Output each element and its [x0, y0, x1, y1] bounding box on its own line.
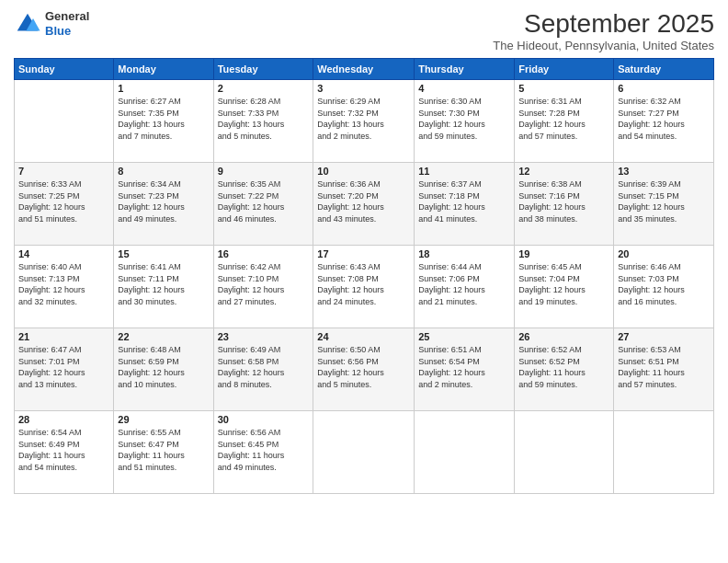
- day-number: 7: [18, 166, 109, 177]
- logo-text: General Blue: [45, 9, 89, 38]
- day-info: Sunrise: 6:49 AM Sunset: 6:58 PM Dayligh…: [218, 344, 310, 390]
- day-number: 23: [218, 331, 310, 342]
- calendar-cell: 13Sunrise: 6:39 AM Sunset: 7:15 PM Dayli…: [614, 163, 714, 246]
- calendar-cell: [15, 80, 114, 163]
- day-info: Sunrise: 6:31 AM Sunset: 7:28 PM Dayligh…: [518, 96, 609, 142]
- day-number: 9: [218, 166, 310, 177]
- calendar-cell: 20Sunrise: 6:46 AM Sunset: 7:03 PM Dayli…: [614, 246, 714, 328]
- calendar-cell: 1Sunrise: 6:27 AM Sunset: 7:35 PM Daylig…: [114, 80, 213, 163]
- day-number: 29: [118, 414, 209, 425]
- day-info: Sunrise: 6:30 AM Sunset: 7:30 PM Dayligh…: [418, 96, 510, 142]
- calendar-cell: 8Sunrise: 6:34 AM Sunset: 7:23 PM Daylig…: [114, 163, 213, 246]
- day-number: 30: [218, 414, 310, 425]
- day-number: 13: [618, 166, 710, 177]
- day-info: Sunrise: 6:53 AM Sunset: 6:51 PM Dayligh…: [618, 344, 710, 390]
- calendar-cell: 27Sunrise: 6:53 AM Sunset: 6:51 PM Dayli…: [614, 328, 714, 411]
- calendar-cell: 2Sunrise: 6:28 AM Sunset: 7:33 PM Daylig…: [213, 80, 313, 163]
- logo-icon: [14, 10, 41, 38]
- logo: General Blue: [14, 9, 89, 38]
- day-number: 15: [118, 248, 209, 259]
- title-block: September 2025 The Hideout, Pennsylvania…: [493, 9, 714, 52]
- day-number: 24: [317, 331, 410, 342]
- day-info: Sunrise: 6:28 AM Sunset: 7:33 PM Dayligh…: [218, 96, 310, 142]
- calendar-cell: 17Sunrise: 6:43 AM Sunset: 7:08 PM Dayli…: [313, 246, 415, 328]
- day-info: Sunrise: 6:56 AM Sunset: 6:45 PM Dayligh…: [218, 427, 310, 473]
- day-info: Sunrise: 6:45 AM Sunset: 7:04 PM Dayligh…: [518, 261, 609, 307]
- day-header-wednesday: Wednesday: [313, 59, 415, 80]
- day-info: Sunrise: 6:33 AM Sunset: 7:25 PM Dayligh…: [18, 178, 109, 224]
- week-row-3: 14Sunrise: 6:40 AM Sunset: 7:13 PM Dayli…: [15, 246, 714, 328]
- calendar-cell: [415, 411, 515, 494]
- day-info: Sunrise: 6:29 AM Sunset: 7:32 PM Dayligh…: [317, 96, 410, 142]
- week-row-4: 21Sunrise: 6:47 AM Sunset: 7:01 PM Dayli…: [15, 328, 714, 411]
- calendar-cell: 16Sunrise: 6:42 AM Sunset: 7:10 PM Dayli…: [213, 246, 313, 328]
- day-info: Sunrise: 6:39 AM Sunset: 7:15 PM Dayligh…: [618, 178, 710, 224]
- calendar-cell: 26Sunrise: 6:52 AM Sunset: 6:52 PM Dayli…: [515, 328, 614, 411]
- day-number: 6: [618, 83, 710, 94]
- day-number: 1: [118, 83, 209, 94]
- calendar-cell: 29Sunrise: 6:55 AM Sunset: 6:47 PM Dayli…: [114, 411, 213, 494]
- day-info: Sunrise: 6:36 AM Sunset: 7:20 PM Dayligh…: [317, 178, 410, 224]
- day-number: 2: [218, 83, 310, 94]
- day-info: Sunrise: 6:41 AM Sunset: 7:11 PM Dayligh…: [118, 261, 209, 307]
- calendar-cell: [515, 411, 614, 494]
- day-info: Sunrise: 6:44 AM Sunset: 7:06 PM Dayligh…: [418, 261, 510, 307]
- day-number: 25: [418, 331, 510, 342]
- day-number: 10: [317, 166, 410, 177]
- day-info: Sunrise: 6:52 AM Sunset: 6:52 PM Dayligh…: [518, 344, 609, 390]
- day-number: 18: [418, 248, 510, 259]
- calendar-cell: 24Sunrise: 6:50 AM Sunset: 6:56 PM Dayli…: [313, 328, 415, 411]
- logo-general: General: [45, 9, 89, 24]
- day-info: Sunrise: 6:55 AM Sunset: 6:47 PM Dayligh…: [118, 427, 209, 473]
- day-number: 8: [118, 166, 209, 177]
- calendar-cell: 10Sunrise: 6:36 AM Sunset: 7:20 PM Dayli…: [313, 163, 415, 246]
- day-number: 11: [418, 166, 510, 177]
- day-number: 26: [518, 331, 609, 342]
- day-number: 5: [518, 83, 609, 94]
- week-row-5: 28Sunrise: 6:54 AM Sunset: 6:49 PM Dayli…: [15, 411, 714, 494]
- calendar-cell: 30Sunrise: 6:56 AM Sunset: 6:45 PM Dayli…: [213, 411, 313, 494]
- day-info: Sunrise: 6:40 AM Sunset: 7:13 PM Dayligh…: [18, 261, 109, 307]
- day-number: 22: [118, 331, 209, 342]
- calendar-cell: 28Sunrise: 6:54 AM Sunset: 6:49 PM Dayli…: [15, 411, 114, 494]
- day-info: Sunrise: 6:34 AM Sunset: 7:23 PM Dayligh…: [118, 178, 209, 224]
- calendar-cell: 9Sunrise: 6:35 AM Sunset: 7:22 PM Daylig…: [213, 163, 313, 246]
- location: The Hideout, Pennsylvania, United States: [493, 39, 714, 52]
- day-info: Sunrise: 6:54 AM Sunset: 6:49 PM Dayligh…: [18, 427, 109, 473]
- day-number: 14: [18, 248, 109, 259]
- header: General Blue September 2025 The Hideout,…: [14, 9, 714, 52]
- day-header-thursday: Thursday: [415, 59, 515, 80]
- calendar-cell: 3Sunrise: 6:29 AM Sunset: 7:32 PM Daylig…: [313, 80, 415, 163]
- calendar-cell: 4Sunrise: 6:30 AM Sunset: 7:30 PM Daylig…: [415, 80, 515, 163]
- calendar-cell: [614, 411, 714, 494]
- week-row-2: 7Sunrise: 6:33 AM Sunset: 7:25 PM Daylig…: [15, 163, 714, 246]
- calendar-cell: 14Sunrise: 6:40 AM Sunset: 7:13 PM Dayli…: [15, 246, 114, 328]
- calendar-cell: 21Sunrise: 6:47 AM Sunset: 7:01 PM Dayli…: [15, 328, 114, 411]
- day-info: Sunrise: 6:32 AM Sunset: 7:27 PM Dayligh…: [618, 96, 710, 142]
- header-row: SundayMondayTuesdayWednesdayThursdayFrid…: [15, 59, 714, 80]
- calendar-cell: 12Sunrise: 6:38 AM Sunset: 7:16 PM Dayli…: [515, 163, 614, 246]
- calendar-cell: 7Sunrise: 6:33 AM Sunset: 7:25 PM Daylig…: [15, 163, 114, 246]
- logo-blue: Blue: [45, 24, 89, 39]
- day-header-monday: Monday: [114, 59, 213, 80]
- day-info: Sunrise: 6:27 AM Sunset: 7:35 PM Dayligh…: [118, 96, 209, 142]
- day-info: Sunrise: 6:42 AM Sunset: 7:10 PM Dayligh…: [218, 261, 310, 307]
- day-info: Sunrise: 6:35 AM Sunset: 7:22 PM Dayligh…: [218, 178, 310, 224]
- day-header-saturday: Saturday: [614, 59, 714, 80]
- day-number: 19: [518, 248, 609, 259]
- day-number: 17: [317, 248, 410, 259]
- day-header-tuesday: Tuesday: [213, 59, 313, 80]
- calendar-cell: 22Sunrise: 6:48 AM Sunset: 6:59 PM Dayli…: [114, 328, 213, 411]
- day-header-friday: Friday: [515, 59, 614, 80]
- month-year: September 2025: [493, 9, 714, 39]
- day-number: 27: [618, 331, 710, 342]
- calendar-cell: 15Sunrise: 6:41 AM Sunset: 7:11 PM Dayli…: [114, 246, 213, 328]
- calendar-cell: 19Sunrise: 6:45 AM Sunset: 7:04 PM Dayli…: [515, 246, 614, 328]
- calendar-cell: 6Sunrise: 6:32 AM Sunset: 7:27 PM Daylig…: [614, 80, 714, 163]
- day-number: 12: [518, 166, 609, 177]
- day-number: 3: [317, 83, 410, 94]
- day-info: Sunrise: 6:38 AM Sunset: 7:16 PM Dayligh…: [518, 178, 609, 224]
- calendar-cell: 11Sunrise: 6:37 AM Sunset: 7:18 PM Dayli…: [415, 163, 515, 246]
- calendar-cell: [313, 411, 415, 494]
- day-info: Sunrise: 6:48 AM Sunset: 6:59 PM Dayligh…: [118, 344, 209, 390]
